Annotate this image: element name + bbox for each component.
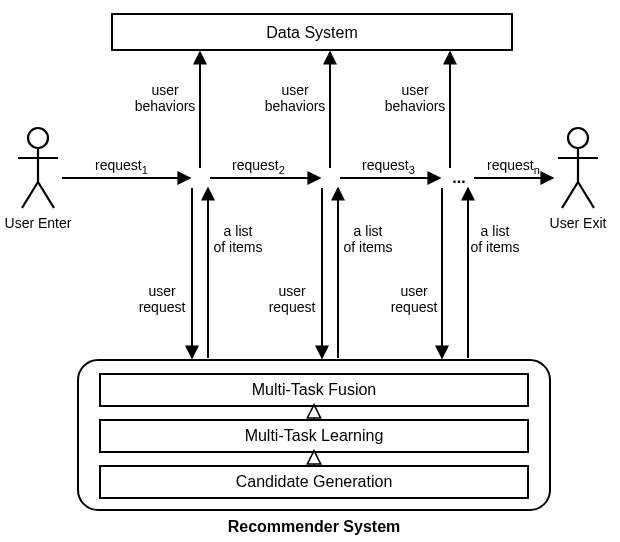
col2-down-right-l2: of items [343,239,392,255]
user-enter-label: User Enter [5,215,72,231]
col1-down-right-l2: of items [213,239,262,255]
col1-up-l1: user [151,82,179,98]
svg-point-5 [568,128,588,148]
svg-line-3 [22,182,38,208]
user-enter-icon [18,128,58,208]
col2-down-left-l1: user [278,283,306,299]
col2-up-l1: user [281,82,309,98]
request-n-label: requestn [487,157,540,176]
col1-down-right-l1: a list [224,223,253,239]
request-2-label: request2 [232,157,285,176]
col3-up-l1: user [401,82,429,98]
col3-down-right-l2: of items [470,239,519,255]
data-system-label: Data System [266,24,358,41]
svg-point-0 [28,128,48,148]
svg-line-9 [578,182,594,208]
layer-multi-task-learning-label: Multi-Task Learning [245,427,384,444]
request-3-label: request3 [362,157,415,176]
svg-line-4 [38,182,54,208]
col2-down-right-l1: a list [354,223,383,239]
col3-down-right-l1: a list [481,223,510,239]
recommender-system-caption: Recommender System [228,518,401,535]
ellipsis: ... [452,169,465,186]
col1-down-left-l1: user [148,283,176,299]
col3-down-left-l1: user [400,283,428,299]
user-exit-label: User Exit [550,215,607,231]
user-exit-icon [558,128,598,208]
col3-down-left-l2: request [391,299,438,315]
request-1-label: request1 [95,157,148,176]
col1-up-l2: behaviors [135,98,196,114]
col2-up-l2: behaviors [265,98,326,114]
layer-candidate-generation-label: Candidate Generation [236,473,393,490]
diagram-canvas: Data System Recommender System Multi-Tas… [0,0,620,542]
col3-up-l2: behaviors [385,98,446,114]
col2-down-left-l2: request [269,299,316,315]
svg-line-8 [562,182,578,208]
col1-down-left-l2: request [139,299,186,315]
layer-multi-task-fusion-label: Multi-Task Fusion [252,381,376,398]
